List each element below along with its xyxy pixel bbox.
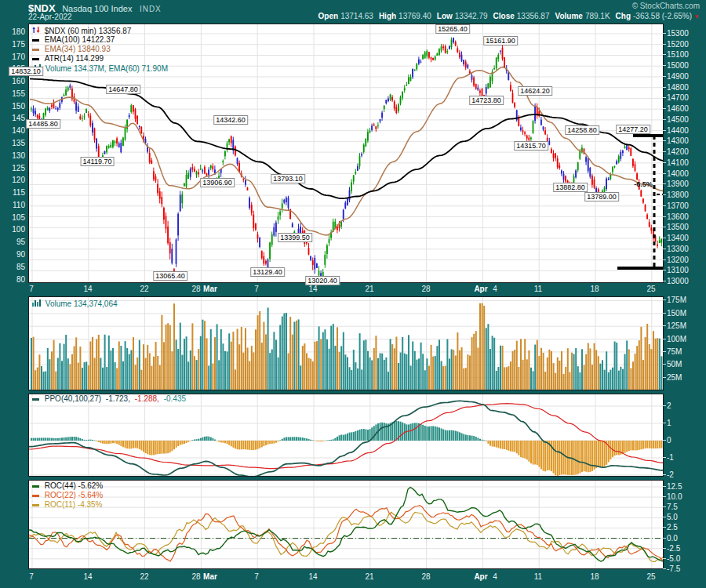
volume-plot [29, 297, 663, 390]
axis-tick [663, 457, 666, 458]
quote-chg-label: Chg [616, 12, 631, 20]
roc-panel [28, 480, 664, 569]
axis-tick-label: 1 [667, 419, 671, 427]
axis-tick-label: 15300 [667, 29, 689, 38]
x-axis-label: 28 [421, 572, 430, 581]
x-axis-label: 22 [140, 572, 148, 581]
axis-tick-label: 170 [2, 53, 25, 61]
axis-tick [663, 440, 666, 441]
axis-tick-label: -2 [667, 470, 674, 479]
chg-down-arrow-icon: ▼ [693, 13, 700, 20]
legend-volume-label: Volume 134.37M, EMA(60) 71.90M [45, 64, 168, 73]
axis-tick-label: 14500 [667, 115, 689, 124]
axis-tick-label: 115 [2, 188, 25, 197]
axis-tick [663, 299, 666, 300]
axis-tick-label: 13300 [667, 245, 689, 253]
ppo-panel [28, 394, 664, 477]
axis-tick [663, 194, 666, 195]
axis-tick-label: 110 [2, 201, 25, 209]
axis-tick [663, 173, 666, 174]
axis-tick-label: 13200 [667, 256, 689, 264]
quote-low-label: Low [437, 12, 453, 20]
price-callout: 14258.80 [565, 125, 599, 135]
axis-tick [663, 558, 666, 559]
quote-line: Open13714.63High13769.40Low13342.79Close… [313, 12, 700, 20]
axis-tick-label: 100 [2, 225, 25, 234]
axis-tick-label: 15000 [667, 61, 689, 70]
axis-tick [663, 548, 666, 549]
volume-legend-label: Volume 134,374,064 [45, 299, 118, 308]
axis-tick-label: -7.5 [667, 564, 680, 573]
ppo-value: -1.723, [106, 394, 130, 403]
x-axis-label: 11 [534, 572, 542, 581]
ppo-swatch-icon [32, 398, 39, 401]
measure-label: -6.5% [634, 180, 653, 188]
gridlines [29, 481, 663, 568]
axis-tick [663, 405, 666, 406]
x-axis-label: Mar [203, 572, 217, 581]
roc11-legend-row: ROC(11) -4.35% [32, 500, 103, 510]
x-axis-label: Apr [474, 572, 487, 581]
axis-tick [663, 474, 666, 475]
x-axis-label: 21 [365, 285, 373, 293]
quote-open-value: 13714.63 [340, 12, 373, 20]
axis-tick-label: 2.5 [667, 523, 678, 532]
axis-tick [663, 151, 666, 152]
x-axis-label: 7 [254, 572, 259, 581]
x-axis-label: 7 [29, 285, 34, 293]
axis-tick [663, 364, 666, 365]
exchange-label: INDX [140, 5, 162, 13]
axis-tick-label: 175 [2, 40, 25, 49]
price-callout: 14119.70 [81, 157, 115, 166]
ppo-plot [29, 394, 663, 476]
axis-tick-label: 2 [667, 401, 671, 410]
price-callout: 13065.40 [153, 271, 187, 281]
legend-symbol-label: $NDX (60 min) 13356.87 [45, 27, 132, 35]
roc44-swatch-icon [32, 485, 39, 488]
symbol-name: Nasdaq 100 Index [62, 4, 132, 13]
x-axis-label: 22 [140, 285, 148, 293]
axis-tick-label: 130 [2, 151, 25, 160]
x-axis-label: 11 [534, 285, 542, 293]
x-axis-label: 14 [308, 572, 317, 581]
legend-ema34-label: EMA(34) 13840.93 [45, 45, 111, 53]
axis-tick-label: 7.5 [667, 503, 678, 511]
axis-tick [663, 205, 666, 206]
axis-tick-label: 14800 [667, 83, 689, 92]
legend-ema100-label: EMA(100) 14122.37 [45, 35, 115, 44]
atr-swatch-icon [32, 58, 39, 60]
axis-tick [663, 517, 666, 517]
price-callout: 13789.00 [584, 192, 619, 201]
axis-tick [663, 281, 666, 281]
x-axis-label: 18 [590, 572, 599, 581]
x-axis-label: 14 [83, 572, 92, 581]
x-axis-label: 18 [590, 285, 599, 293]
ppo-histogram [31, 421, 662, 476]
roc11-swatch-icon [32, 504, 39, 506]
roc-plot [29, 481, 663, 568]
price-callout: 14624.20 [518, 86, 552, 96]
axis-tick [663, 54, 666, 55]
legend-ema100-row: EMA(100) 14122.37 [32, 35, 168, 45]
axis-tick [663, 568, 666, 569]
axis-tick [663, 87, 666, 88]
axis-tick-label: 120 [2, 176, 25, 184]
price-callout: 14315.70 [514, 141, 548, 151]
axis-tick [663, 44, 666, 45]
price-callout: 15161.90 [483, 36, 518, 45]
price-callout: 14723.80 [469, 96, 504, 105]
x-axis-label: 14 [83, 285, 92, 293]
x-axis-label: 28 [191, 572, 200, 581]
x-axis-label: 28 [191, 285, 200, 293]
axis-tick [663, 313, 666, 314]
axis-tick-label: 140 [2, 126, 25, 135]
quote-volume-label: Volume [555, 12, 582, 20]
axis-tick [663, 339, 666, 339]
axis-tick [663, 496, 666, 497]
roc11-label: ROC(11) -4.35% [45, 500, 103, 509]
ppo-signal-value: -1.288, [135, 394, 159, 403]
axis-tick-label: 14700 [667, 93, 689, 102]
ppo-legend: PPO(40,100,27) -1.723, -1.288, -0.435 [32, 394, 186, 404]
x-axis-label: 28 [421, 285, 430, 293]
x-axis-label: 25 [646, 285, 655, 293]
